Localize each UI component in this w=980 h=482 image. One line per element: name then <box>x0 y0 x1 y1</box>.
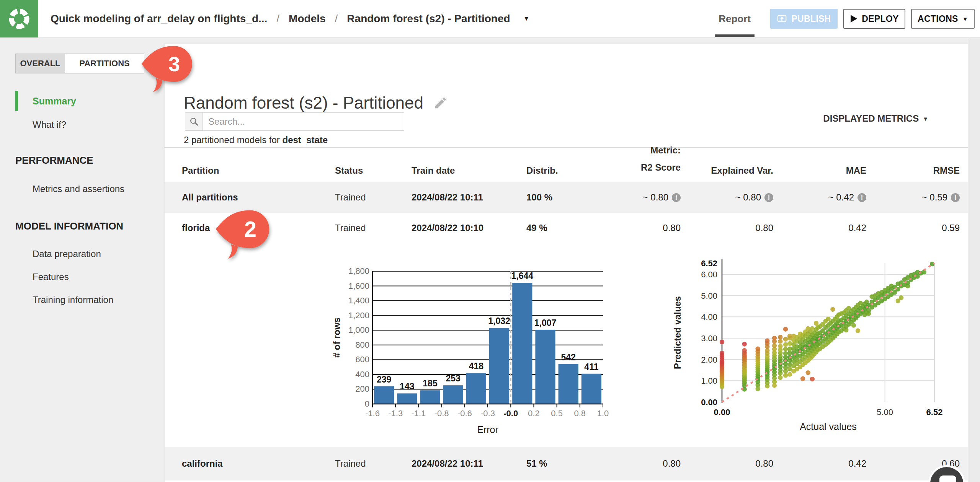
info-icon[interactable]: i <box>764 193 773 202</box>
sidebar-item-metrics-assertions[interactable]: Metrics and assertions <box>33 184 124 194</box>
table-row-california[interactable]: californiaTrained2024/08/22 10:1151 %0.8… <box>165 447 968 480</box>
svg-text:185: 185 <box>423 378 438 388</box>
svg-text:-0.3: -0.3 <box>480 409 495 418</box>
svg-text:1,200: 1,200 <box>348 311 369 320</box>
svg-text:1,800: 1,800 <box>348 266 369 276</box>
svg-text:-0.0: -0.0 <box>503 409 518 418</box>
sidebar-item-summary[interactable]: Summary <box>33 96 76 107</box>
sidebar-item-what-if[interactable]: What if? <box>33 119 66 130</box>
actions-button[interactable]: ACTIONS ▼ <box>911 9 975 29</box>
svg-text:1.0: 1.0 <box>597 409 609 418</box>
sidebar-item-data-preparation[interactable]: Data preparation <box>33 249 101 259</box>
report-tab-label: Report <box>719 13 751 25</box>
marker-2-number: 2 <box>244 217 256 241</box>
table-row-florida[interactable]: floridaTrained2024/08/22 10:1049 %0.800.… <box>165 213 968 243</box>
svg-text:1,032: 1,032 <box>488 316 510 326</box>
cell-explained-var: 0.80 <box>681 458 773 469</box>
svg-text:253: 253 <box>446 373 461 383</box>
breadcrumb: Quick modeling of arr_delay on flights_d… <box>51 0 529 37</box>
page-title: Random forest (s2) - Partitioned <box>184 93 448 112</box>
svg-text:0.00: 0.00 <box>701 397 717 407</box>
deploy-button[interactable]: DEPLOY <box>843 9 905 29</box>
svg-text:5.00: 5.00 <box>701 291 717 301</box>
breadcrumb-model-name[interactable]: Random forest (s2) - Partitioned <box>347 13 510 25</box>
partition-dimension-name: dest_state <box>282 135 328 145</box>
svg-text:239: 239 <box>377 375 391 384</box>
app-root: Quick modeling of arr_delay on flights_d… <box>0 0 980 482</box>
svg-text:1.00: 1.00 <box>701 376 717 386</box>
edit-pencil-icon[interactable] <box>433 96 448 110</box>
actions-caret-down-icon: ▼ <box>962 16 968 22</box>
tab-overall[interactable]: OVERALL <box>15 54 65 73</box>
column-header-r2-score[interactable]: Metric: R2 Score <box>609 142 681 176</box>
svg-text:# of rows: # of rows <box>332 318 342 358</box>
svg-text:Actual values: Actual values <box>800 421 857 432</box>
cell-status: Trained <box>335 192 412 203</box>
top-header-bar: Quick modeling of arr_delay on flights_d… <box>0 0 980 37</box>
svg-text:5.00: 5.00 <box>877 407 893 417</box>
predicted-vs-actual-scatter: 6.526.005.004.003.002.001.000.000.005.00… <box>657 250 948 435</box>
cell-status: Trained <box>335 458 412 469</box>
tab-partitions[interactable]: PARTITIONS <box>65 54 144 73</box>
tab-overall-label: OVERALL <box>20 59 60 68</box>
search-icon <box>189 117 199 127</box>
breadcrumb-models[interactable]: Models <box>289 13 325 25</box>
sidebar-item-features[interactable]: Features <box>33 272 69 282</box>
info-icon[interactable]: i <box>858 193 866 202</box>
table-header-row: Partition Status Train date Distrib. Met… <box>165 148 968 182</box>
svg-text:4.00: 4.00 <box>701 312 717 322</box>
info-icon[interactable]: i <box>672 193 681 202</box>
app-logo[interactable] <box>0 0 38 37</box>
svg-text:1,644: 1,644 <box>511 271 534 281</box>
publish-button[interactable]: PUBLISH <box>770 9 838 29</box>
right-gutter <box>968 37 980 482</box>
displayed-metrics-caret-down-icon: ▼ <box>923 116 928 122</box>
cell-r2: ~ 0.80i <box>609 192 681 203</box>
cell-status: Trained <box>335 223 412 233</box>
deploy-label: DEPLOY <box>862 14 898 24</box>
svg-text:-1.6: -1.6 <box>365 409 380 418</box>
cell-explained-var: 0.80 <box>681 223 773 233</box>
svg-text:6.52: 6.52 <box>926 407 943 417</box>
cell-train-date: 2024/08/22 10:11 <box>412 458 526 469</box>
column-header-explained-var[interactable]: Explained Var. <box>681 165 773 176</box>
partition-count-subtitle: 2 partitioned models for dest_state <box>184 135 328 145</box>
table-row-all-partitions[interactable]: All partitionsTrained2024/08/22 10:11100… <box>165 182 968 213</box>
svg-text:1,007: 1,007 <box>534 318 557 328</box>
column-header-mae[interactable]: MAE <box>773 165 866 176</box>
column-header-partition[interactable]: Partition <box>165 165 335 176</box>
svg-text:143: 143 <box>400 381 414 391</box>
metric-header-line2: R2 Score <box>609 159 681 176</box>
sidebar-active-indicator <box>15 91 18 111</box>
subtitle-prefix: 2 partitioned models for <box>184 135 282 145</box>
displayed-metrics-label: DISPLAYED METRICS <box>823 113 919 124</box>
column-header-status[interactable]: Status <box>335 165 412 176</box>
svg-text:1,600: 1,600 <box>348 281 369 291</box>
cell-distrib: 51 % <box>526 458 609 469</box>
svg-text:1,000: 1,000 <box>348 325 369 335</box>
displayed-metrics-dropdown[interactable]: DISPLAYED METRICS ▼ <box>823 113 928 124</box>
column-header-train-date[interactable]: Train date <box>412 165 526 176</box>
breadcrumb-caret-down-icon[interactable]: ▼ <box>523 15 530 23</box>
sidebar-item-training-information[interactable]: Training information <box>33 295 113 305</box>
publish-icon <box>777 14 787 24</box>
svg-text:0.8: 0.8 <box>574 409 586 418</box>
chat-bubble-icon <box>939 475 956 482</box>
svg-text:418: 418 <box>469 361 484 371</box>
tab-partitions-label: PARTITIONS <box>79 59 130 68</box>
info-icon[interactable]: i <box>951 193 960 202</box>
cell-r2: 0.80 <box>609 458 681 469</box>
metric-header-line1: Metric: <box>609 142 681 159</box>
cell-train-date: 2024/08/22 10:10 <box>412 223 526 233</box>
table-rows-top: All partitionsTrained2024/08/22 10:11100… <box>165 182 968 243</box>
breadcrumb-project[interactable]: Quick modeling of arr_delay on flights_d… <box>51 13 267 25</box>
tab-report[interactable]: Report <box>715 9 754 29</box>
cell-distrib: 100 % <box>526 192 609 203</box>
breadcrumb-separator: / <box>276 13 279 25</box>
column-header-distrib[interactable]: Distrib. <box>526 165 609 176</box>
cell-mae: 0.42 <box>773 458 866 469</box>
table-rows-bottom: californiaTrained2024/08/22 10:1151 %0.8… <box>165 447 968 480</box>
search-input[interactable] <box>203 113 404 130</box>
svg-text:600: 600 <box>355 355 369 364</box>
column-header-rmse[interactable]: RMSE <box>866 165 968 176</box>
